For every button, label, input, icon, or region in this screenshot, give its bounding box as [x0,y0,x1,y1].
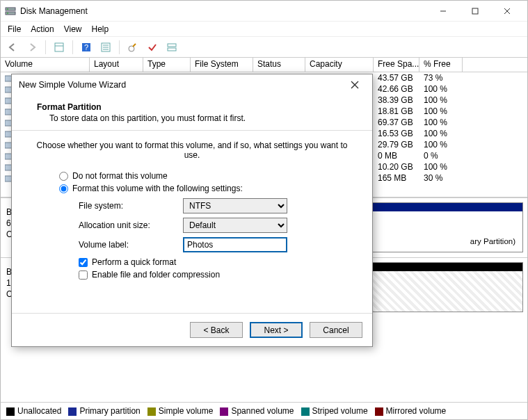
checkbox-compression[interactable] [79,270,88,280]
cell-free: 69.37 GB [374,118,419,127]
legend-striped: Striped volume [312,406,368,416]
help-icon[interactable]: ? [79,40,94,55]
forward-icon[interactable] [24,40,40,55]
legend: Unallocated Primary partition Simple vol… [1,403,527,419]
dialog-instruction: Choose whether you want to format this v… [31,140,353,160]
layout-icon[interactable] [164,40,179,55]
svg-point-3 [7,13,8,14]
radio-do-not-format[interactable] [59,172,68,181]
cell-free: 10.20 GB [374,162,419,172]
cell-pct: 100 % [419,140,463,150]
cell-pct: 100 % [419,162,463,172]
legend-simple: Simple volume [159,406,214,416]
minimize-button[interactable] [427,1,459,21]
file-system-select[interactable]: NTFS [183,198,287,213]
svg-point-2 [7,8,8,10]
checkbox-quick-format[interactable] [79,258,88,267]
menu-action[interactable]: Action [31,24,54,34]
file-system-label: File system: [79,201,183,211]
legend-primary-swatch [68,407,77,416]
back-icon[interactable] [5,40,20,55]
check-icon[interactable] [145,40,160,55]
list-icon[interactable] [98,40,113,55]
allocation-unit-size-label: Allocation unit size: [79,220,183,230]
close-button[interactable] [491,1,523,21]
cell-free: 165 MB [374,173,419,183]
menubar: File Action View Help [1,22,527,37]
volume-label-input[interactable] [183,237,287,252]
col-filesystem[interactable]: File System [191,58,253,72]
cell-pct: 73 % [419,73,463,83]
app-icon [5,6,16,17]
legend-spanned: Spanned volume [231,406,294,416]
dialog-subheading: To store data on this partition, you mus… [49,113,360,123]
new-simple-volume-wizard-dialog: New Simple Volume Wizard Format Partitio… [11,74,373,347]
dialog-title: New Simple Volume Wizard [19,80,344,90]
cell-pct: 30 % [419,173,463,183]
cell-free: 18.81 GB [374,106,419,116]
window-title: Disk Management [20,6,427,16]
svg-text:?: ? [84,43,88,51]
col-type[interactable]: Type [143,58,191,72]
next-button[interactable]: Next > [250,322,303,338]
volume-list-header: Volume Layout Type File System Status Ca… [1,58,527,72]
col-volume[interactable]: Volume [1,58,90,72]
legend-mirrored-swatch [375,407,383,416]
checkbox-quick-format-label: Perform a quick format [92,257,176,267]
menu-help[interactable]: Help [92,24,109,34]
legend-striped-swatch [301,407,310,416]
cell-pct: 100 % [419,95,463,105]
svg-rect-17 [168,44,176,47]
svg-rect-5 [472,8,478,14]
cell-free: 43.57 GB [374,73,419,83]
allocation-unit-size-select[interactable]: Default [183,218,287,233]
radio-format-with-settings-label: Format this volume with the following se… [72,184,243,193]
properties-icon[interactable] [51,40,67,55]
col-pctfree[interactable]: % Free [419,58,463,72]
legend-mirrored: Mirrored volume [386,406,447,416]
cell-pct: 100 % [419,84,463,94]
cancel-button[interactable]: Cancel [310,322,362,338]
radio-do-not-format-label: Do not format this volume [72,171,168,181]
disk-0-part-status: ary Partition) [375,236,517,247]
titlebar: Disk Management [1,1,527,22]
cell-free: 38.39 GB [374,95,419,105]
cell-free: 29.79 GB [374,140,419,150]
legend-primary: Primary partition [79,406,140,416]
dialog-close-button[interactable] [344,74,365,95]
cell-pct: 100 % [419,129,463,138]
radio-format-with-settings[interactable] [59,184,68,193]
dialog-heading: Format Partition [37,102,360,112]
svg-rect-18 [168,48,176,51]
svg-rect-8 [55,43,63,51]
legend-unallocated-swatch [6,407,15,416]
action-icon[interactable] [125,40,141,55]
cell-pct: 0 % [419,151,463,161]
toolbar: ? [1,37,527,58]
col-freespace[interactable]: Free Spa... [374,58,419,72]
cell-pct: 100 % [419,106,463,116]
volume-label-label: Volume label: [79,240,183,250]
col-layout[interactable]: Layout [90,58,143,72]
col-capacity[interactable]: Capacity [305,58,374,72]
menu-file[interactable]: File [8,24,21,34]
legend-simple-swatch [147,407,156,416]
cell-free: 0 MB [374,151,419,161]
menu-view[interactable]: View [64,24,82,34]
legend-unallocated: Unallocated [17,406,61,416]
legend-spanned-swatch [220,407,228,416]
checkbox-compression-label: Enable file and folder compression [92,270,220,280]
back-button[interactable]: < Back [190,322,243,338]
maximize-button[interactable] [459,1,491,21]
cell-pct: 100 % [419,118,463,127]
col-status[interactable]: Status [253,58,305,72]
cell-free: 42.66 GB [374,84,419,94]
cell-free: 16.53 GB [374,129,419,138]
